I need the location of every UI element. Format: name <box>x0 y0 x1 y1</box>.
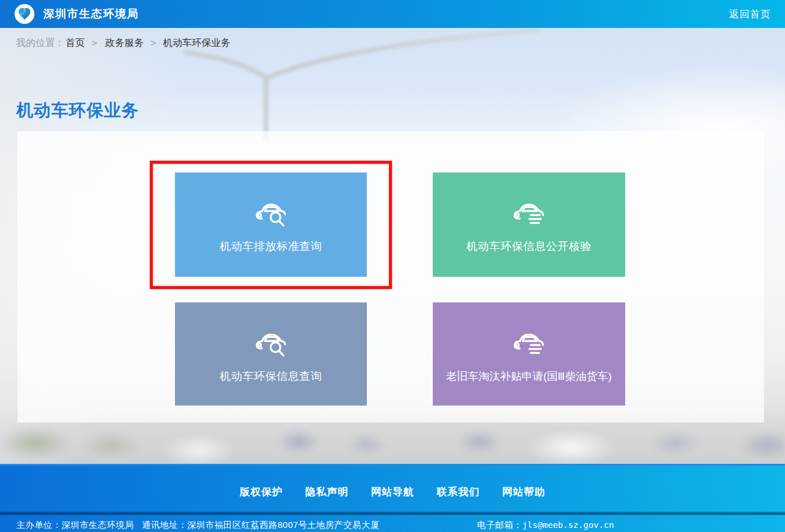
tile-label: 机动车环保信息公开核验 <box>467 239 592 254</box>
organizer-label: 主办单位： <box>16 520 62 530</box>
content-panel <box>17 131 764 422</box>
tile-env-info-public-verification[interactable]: 机动车环保信息公开核验 <box>433 172 625 277</box>
footer-link-sitemap[interactable]: 网站导航 <box>371 485 414 499</box>
car-search-icon <box>253 196 289 231</box>
address-value: 深圳市福田区红荔西路8007号土地房产交易大厦 <box>187 520 380 530</box>
tile-emission-standard-query[interactable]: 机动车排放标准查询 <box>175 172 367 277</box>
breadcrumb-item-home[interactable]: 首页 <box>66 37 85 50</box>
footer-organizer-address: 主办单位：深圳市生态环境局通讯地址：深圳市福田区红荔西路8007号土地房产交易大… <box>16 520 380 531</box>
footer-link-contact[interactable]: 联系我们 <box>436 485 479 499</box>
tile-label: 机动车排放标准查询 <box>220 239 323 254</box>
breadcrumb-item-services[interactable]: 政务服务 <box>106 37 144 50</box>
breadcrumb: 我的位置： 首页 > 政务服务 > 机动车环保业务 <box>0 28 785 58</box>
breadcrumb-separator: > <box>151 38 156 48</box>
tile-old-vehicle-subsidy[interactable]: 老旧车淘汰补贴申请(国Ⅲ柴油货车) <box>433 302 625 406</box>
email-label: 电子邮箱： <box>477 520 523 530</box>
breadcrumb-label: 我的位置： <box>16 37 65 50</box>
car-list-icon <box>511 326 547 361</box>
return-home-link[interactable]: 返回首页 <box>729 8 771 21</box>
site-brand: 深圳市生态环境局 <box>14 3 139 24</box>
breadcrumb-item-current: 机动车环保业务 <box>163 37 231 50</box>
email-value: jls@meeb.sz.gov.cn <box>523 520 614 530</box>
tile-label: 老旧车淘汰补贴申请(国Ⅲ柴油货车) <box>446 369 612 383</box>
footer-link-help[interactable]: 网站帮助 <box>502 485 545 499</box>
organizer-value: 深圳市生态环境局 <box>62 520 134 530</box>
tile-label: 机动车环保信息查询 <box>220 369 323 384</box>
footer-bar: 版权保护 隐私声明 网站导航 联系我们 网站帮助 主办单位：深圳市生态环境局通讯… <box>0 464 785 532</box>
car-list-icon <box>511 196 547 231</box>
background-road-blur <box>0 418 785 465</box>
footer-email: 电子邮箱：jls@meeb.sz.gov.cn <box>477 520 614 531</box>
header-bar: 深圳市生态环境局 返回首页 <box>0 0 785 28</box>
tile-env-info-query[interactable]: 机动车环保信息查询 <box>175 302 367 406</box>
site-name: 深圳市生态环境局 <box>43 6 139 22</box>
car-search-icon <box>253 326 289 361</box>
footer-divider <box>0 512 785 515</box>
site-logo-icon <box>14 3 35 24</box>
footer-links: 版权保护 隐私声明 网站导航 联系我们 网站帮助 <box>0 485 785 499</box>
page-title: 机动车环保业务 <box>16 99 139 122</box>
address-label: 通讯地址： <box>142 520 188 530</box>
footer-info: 主办单位：深圳市生态环境局通讯地址：深圳市福田区红荔西路8007号土地房产交易大… <box>0 518 785 532</box>
breadcrumb-separator: > <box>92 38 97 48</box>
footer-link-privacy[interactable]: 隐私声明 <box>306 485 349 499</box>
footer-link-copyright[interactable]: 版权保护 <box>240 485 283 499</box>
